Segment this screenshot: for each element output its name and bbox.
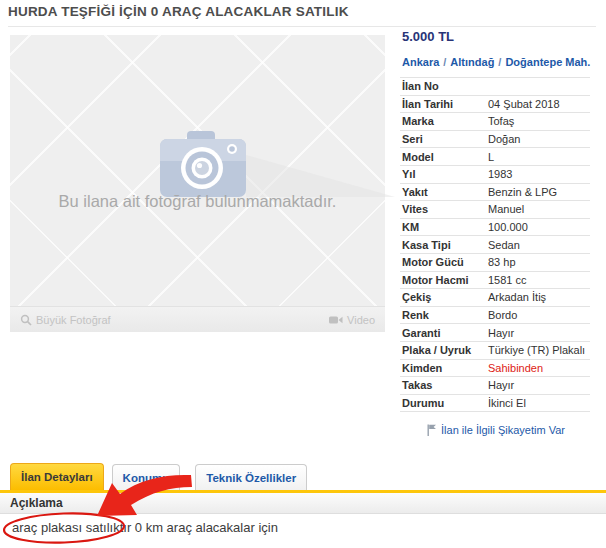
detail-label: Seri xyxy=(400,133,488,145)
detail-label: Kimden xyxy=(400,362,488,374)
detail-label: Kasa Tipi xyxy=(400,239,488,251)
breadcrumb: Ankara/Altındağ/Doğantepe Mah. xyxy=(402,56,590,68)
detail-label: Garanti xyxy=(400,327,488,339)
camera-icon xyxy=(160,131,395,197)
detail-label: Yakıt xyxy=(400,186,488,198)
table-row: Motor Hacmi1581 cc xyxy=(400,272,590,290)
table-row: Durumuİkinci El xyxy=(400,395,590,413)
big-photo-button[interactable]: Büyük Fotoğraf xyxy=(20,314,111,326)
description-circled-text: araç plakası satılıktır xyxy=(12,520,131,535)
table-row: VitesManuel xyxy=(400,201,590,219)
detail-value: Sedan xyxy=(488,239,520,251)
detail-label: İlan No xyxy=(400,80,488,92)
magnifier-icon xyxy=(20,314,32,326)
detail-value: 83 hp xyxy=(488,256,516,268)
detail-value: Tofaş xyxy=(488,115,514,127)
table-row: RenkBordo xyxy=(400,307,590,325)
detail-label: Durumu xyxy=(400,397,488,409)
detail-label: KM xyxy=(400,221,488,233)
photo-placeholder: Bu ilana ait fotoğraf bulunmamaktadır. B… xyxy=(10,35,385,332)
detail-value: İkinci El xyxy=(488,397,526,409)
table-row: İlan Tarihi04 Şubat 2018 xyxy=(400,96,590,114)
detail-label: Marka xyxy=(400,115,488,127)
detail-label: Renk xyxy=(400,309,488,321)
breadcrumb-link[interactable]: Ankara xyxy=(402,56,439,68)
table-row: ÇekişArkadan İtiş xyxy=(400,289,590,307)
table-row: KimdenSahibinden xyxy=(400,360,590,378)
detail-value: 1983 xyxy=(488,168,512,180)
detail-value: Benzin & LPG xyxy=(488,186,557,198)
big-photo-label: Büyük Fotoğraf xyxy=(36,314,111,326)
detail-label: Model xyxy=(400,151,488,163)
detail-label: İlan Tarihi xyxy=(400,98,488,110)
detail-value: 04 Şubat 2018 xyxy=(488,98,560,110)
breadcrumb-link[interactable]: Altındağ xyxy=(450,56,494,68)
summary-panel: 5.000 TL Ankara/Altındağ/Doğantepe Mah. … xyxy=(400,0,592,460)
detail-label: Takas xyxy=(400,379,488,391)
table-row: ModelL xyxy=(400,148,590,166)
table-row: SeriDoğan xyxy=(400,131,590,149)
price: 5.000 TL xyxy=(402,29,454,44)
detail-value: Bordo xyxy=(488,309,517,321)
detail-value: Hayır xyxy=(488,327,514,339)
tab-0[interactable]: İlan Detayları xyxy=(10,463,104,490)
detail-value: 1581 cc xyxy=(488,274,527,286)
breadcrumb-link[interactable]: Doğantepe Mah. xyxy=(505,56,590,68)
table-row: Motor Gücü83 hp xyxy=(400,254,590,272)
video-label: Video xyxy=(347,314,375,326)
table-row: Plaka / UyrukTürkiye (TR) Plakalı xyxy=(400,342,590,360)
detail-value: L xyxy=(488,151,494,163)
detail-value: 100.000 xyxy=(488,221,528,233)
table-row: KM100.000 xyxy=(400,219,590,237)
table-row: Kasa TipiSedan xyxy=(400,236,590,254)
description-text: araç plakası satılıktır 0 km araç alacak… xyxy=(12,520,278,535)
listing-page: HURDA TEŞFİĞİ İÇİN 0 ARAÇ ALACAKLAR SATI… xyxy=(0,0,606,548)
complaint-link[interactable]: İlan ile İlgili Şikayetim Var xyxy=(400,424,592,436)
detail-value: Arkadan İtiş xyxy=(488,291,546,303)
detail-value: Sahibinden xyxy=(488,362,543,374)
detail-label: Çekiş xyxy=(400,291,488,303)
video-button[interactable]: Video xyxy=(329,314,375,326)
details-table: İlan Noİlan Tarihi04 Şubat 2018MarkaTofa… xyxy=(400,77,590,412)
breadcrumb-separator: / xyxy=(498,56,501,68)
detail-label: Vites xyxy=(400,203,488,215)
complaint-label: İlan ile İlgili Şikayetim Var xyxy=(441,424,565,436)
description-heading: Açıklama xyxy=(0,493,606,514)
detail-label: Motor Hacmi xyxy=(400,274,488,286)
video-camera-icon xyxy=(329,315,343,325)
detail-value: Doğan xyxy=(488,133,520,145)
tab-2[interactable]: Teknik Özellikler xyxy=(195,464,307,490)
detail-label: Motor Gücü xyxy=(400,256,488,268)
table-row: TakasHayır xyxy=(400,377,590,395)
detail-value: Manuel xyxy=(488,203,524,215)
table-row: MarkaTofaş xyxy=(400,113,590,131)
flag-icon xyxy=(427,424,436,436)
table-row: Yıl1983 xyxy=(400,166,590,184)
description-rest-text: 0 km araç alacakalar için xyxy=(131,520,278,535)
no-photo-text: Bu ilana ait fotoğraf bulunmamaktadır. xyxy=(10,192,385,211)
tab-1[interactable]: Konumu xyxy=(112,464,181,490)
detail-label: Yıl xyxy=(400,168,488,180)
detail-value: Türkiye (TR) Plakalı xyxy=(488,344,585,356)
detail-label: Plaka / Uyruk xyxy=(400,344,488,356)
table-row: YakıtBenzin & LPG xyxy=(400,184,590,202)
table-row: GarantiHayır xyxy=(400,324,590,342)
breadcrumb-separator: / xyxy=(443,56,446,68)
tabs: İlan DetaylarıKonumuTeknik Özellikler xyxy=(10,463,315,490)
detail-value: Hayır xyxy=(488,379,514,391)
table-row: İlan No xyxy=(400,78,590,96)
photo-toolbar: Büyük Fotoğraf Video xyxy=(10,306,385,332)
